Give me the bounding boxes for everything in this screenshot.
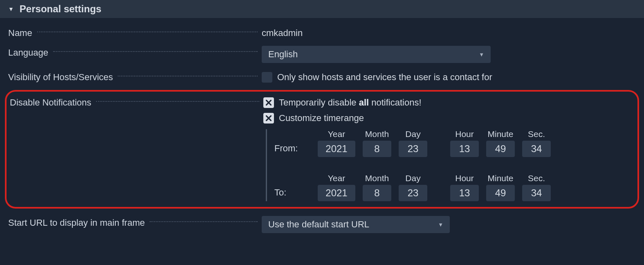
dots: [118, 76, 258, 76]
form-area: Name cmkadmin Language English ▼ Visibil…: [0, 18, 644, 233]
from-date-group: Year Month Day: [318, 129, 427, 157]
to-day-input[interactable]: [399, 185, 427, 201]
row-start-url: Start URL to display in main frame Use t…: [8, 216, 636, 233]
label-language: Language: [8, 47, 48, 58]
highlight-box: Disable Notifications Temporarily disabl…: [5, 90, 639, 209]
head-day: Day: [405, 129, 420, 139]
head-year: Year: [328, 173, 345, 183]
head-month: Month: [365, 129, 389, 139]
customize-timerange-checkbox[interactable]: [263, 113, 274, 124]
head-minute: Minute: [487, 129, 513, 139]
disable-all-option: Temporarily disable all notifications!: [263, 96, 634, 108]
from-day-input[interactable]: [399, 141, 427, 157]
label-start-url: Start URL to display in main frame: [8, 218, 145, 228]
head-month: Month: [365, 173, 389, 183]
disable-all-text: Temporarily disable all notifications!: [279, 97, 422, 108]
dots: [150, 221, 258, 222]
head-day: Day: [405, 173, 420, 183]
head-sec: Sec.: [528, 129, 545, 139]
to-date-group: Year Month Day: [318, 173, 427, 201]
language-select[interactable]: English ▼: [262, 46, 491, 63]
visibility-option: Only show hosts and services the user is…: [262, 70, 636, 83]
to-minute-input[interactable]: [486, 185, 515, 201]
caret-down-icon: ▼: [438, 222, 443, 228]
to-hour-input[interactable]: [450, 185, 479, 201]
to-month-input[interactable]: [363, 185, 391, 201]
caret-down-icon: ▼: [479, 52, 484, 58]
dots: [96, 101, 259, 102]
visibility-checkbox[interactable]: [262, 72, 272, 83]
to-sec-input[interactable]: [522, 185, 551, 201]
dots: [53, 51, 258, 52]
head-sec: Sec.: [528, 173, 545, 183]
section-header[interactable]: ▼ Personal settings: [0, 0, 644, 18]
value-name: cmkadmin: [262, 26, 636, 38]
from-time-group: Hour Minute Sec.: [450, 129, 551, 157]
to-year-input[interactable]: [318, 185, 355, 201]
timerange-to-row: To: Year Month Day Hour Minute Sec.: [274, 173, 634, 201]
label-visibility: Visibility of Hosts/Services: [8, 72, 113, 83]
collapse-triangle-icon: ▼: [8, 6, 14, 12]
to-label: To:: [274, 187, 310, 201]
dots: [37, 31, 258, 32]
from-hour-input[interactable]: [450, 141, 479, 157]
label-col: Name: [8, 26, 262, 38]
head-hour: Hour: [455, 129, 474, 139]
row-language: Language English ▼: [8, 46, 636, 63]
label-disable-notifications: Disable Notifications: [10, 97, 91, 108]
head-minute: Minute: [487, 173, 513, 183]
language-select-value: English: [268, 49, 298, 60]
section-title: Personal settings: [20, 3, 101, 15]
from-year-input[interactable]: [318, 141, 355, 157]
label-name: Name: [8, 28, 32, 38]
head-year: Year: [328, 129, 345, 139]
start-url-select[interactable]: Use the default start URL ▼: [262, 216, 450, 233]
disable-all-checkbox[interactable]: [263, 97, 274, 108]
from-sec-input[interactable]: [522, 141, 551, 157]
row-disable-notifications: Disable Notifications Temporarily disabl…: [10, 96, 634, 201]
label-col: Disable Notifications: [10, 96, 263, 108]
label-col: Visibility of Hosts/Services: [8, 70, 262, 83]
from-minute-input[interactable]: [486, 141, 515, 157]
row-name: Name cmkadmin: [8, 26, 636, 38]
customize-timerange-option: Customize timerange: [263, 111, 634, 124]
label-col: Start URL to display in main frame: [8, 216, 262, 228]
timerange-from-row: From: Year Month Day Hour Minute Sec.: [274, 129, 634, 157]
start-url-select-value: Use the default start URL: [268, 219, 369, 230]
to-time-group: Hour Minute Sec.: [450, 173, 551, 201]
label-col: Language: [8, 46, 262, 58]
row-visibility: Visibility of Hosts/Services Only show h…: [8, 70, 636, 83]
head-hour: Hour: [455, 173, 474, 183]
customize-timerange-text: Customize timerange: [279, 113, 364, 124]
from-month-input[interactable]: [363, 141, 391, 157]
timerange-block: From: Year Month Day Hour Minute Sec.: [266, 129, 634, 201]
from-label: From:: [274, 143, 310, 157]
visibility-option-text: Only show hosts and services the user is…: [277, 72, 492, 83]
